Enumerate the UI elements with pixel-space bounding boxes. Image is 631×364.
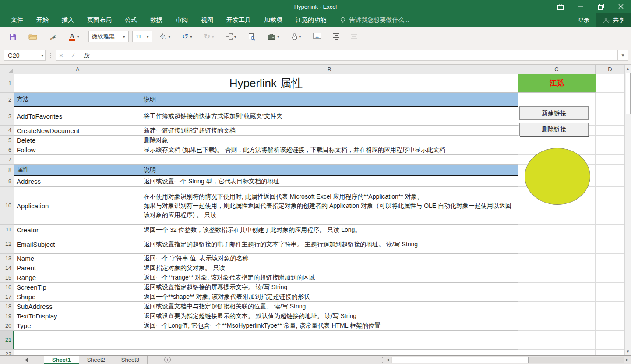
save-button[interactable] — [6, 30, 19, 44]
tab-developer[interactable]: 开发工具 — [220, 13, 257, 27]
cell[interactable] — [596, 176, 624, 187]
row-header[interactable]: 3 — [0, 107, 14, 126]
cell[interactable]: CreateNewDocument — [14, 126, 141, 136]
cell[interactable]: EmailSubject — [14, 235, 141, 254]
tab-page-layout[interactable]: 页面布局 — [81, 13, 118, 27]
cell[interactable]: Application — [14, 187, 141, 225]
font-size-combobox[interactable]: 11 ▾ — [132, 31, 152, 42]
cell[interactable] — [596, 187, 624, 225]
scroll-down-icon[interactable]: ▼ — [625, 347, 631, 355]
row-header[interactable]: 14 — [0, 263, 14, 273]
horizontal-scrollbar[interactable]: ◀ ▶ — [384, 356, 631, 364]
enter-icon[interactable]: ✓ — [71, 52, 76, 59]
new-sheet-button[interactable]: + — [164, 357, 171, 363]
row-header[interactable]: 20 — [0, 321, 14, 331]
row-header[interactable]: 9 — [0, 176, 14, 187]
undo-button[interactable]: ↺ ▾ — [180, 30, 195, 44]
cell[interactable] — [596, 164, 624, 176]
row-header[interactable]: 8 — [0, 164, 14, 176]
cell[interactable]: 显示缓存文档 (如果已下载)。 否则，此方法将解析该超链接，下载目标文档，并在相… — [141, 145, 518, 155]
row-header[interactable]: 7 — [0, 155, 14, 164]
cell[interactable]: 返回指定对象的父对象。 只读 — [141, 263, 518, 273]
name-box[interactable]: G20 ▾ — [4, 50, 46, 61]
scroll-up-icon[interactable]: ▲ — [625, 65, 631, 73]
cell[interactable] — [596, 292, 624, 302]
row-header[interactable]: 2 — [0, 93, 14, 107]
cell[interactable] — [596, 155, 624, 164]
cell[interactable] — [596, 145, 624, 155]
cell[interactable] — [596, 283, 624, 292]
cell[interactable] — [14, 155, 141, 164]
tab-custom-jiangmi[interactable]: 江觅的功能 — [289, 13, 333, 27]
cell[interactable] — [518, 225, 596, 235]
column-header-d[interactable]: D — [596, 65, 624, 74]
cell[interactable] — [596, 312, 624, 321]
redo-button[interactable]: ↻ ▾ — [201, 30, 217, 44]
vertical-scrollbar-thumb[interactable] — [626, 73, 631, 114]
jiangmi-hyperlink[interactable]: 江觅 — [550, 79, 564, 88]
tab-insert[interactable]: 插入 — [55, 13, 81, 27]
ribbon-display-options-button[interactable] — [550, 0, 571, 13]
cell[interactable]: 删除对象 — [141, 136, 518, 145]
cell[interactable] — [518, 283, 596, 292]
row-header[interactable]: 10 — [0, 187, 14, 225]
cell[interactable]: 返回一个Long值, 它包含一个**MsoHyperlinkType** 常量,… — [141, 321, 518, 331]
vertical-scrollbar[interactable]: ▲ ▼ — [624, 65, 631, 355]
cell[interactable] — [518, 136, 596, 145]
cell[interactable]: AddToFavorites — [14, 107, 141, 126]
tab-formulas[interactable]: 公式 — [118, 13, 144, 27]
cell[interactable]: 返回一个 字符串 值, 表示该对象的名称 — [141, 254, 518, 263]
cell[interactable]: 属性 — [14, 164, 141, 176]
tab-review[interactable]: 审阅 — [169, 13, 194, 27]
cell[interactable] — [596, 107, 624, 126]
cell[interactable] — [596, 93, 624, 107]
cell[interactable] — [141, 155, 518, 164]
print-preview-button[interactable] — [245, 30, 258, 44]
cell[interactable]: Range — [14, 273, 141, 283]
cell[interactable] — [141, 331, 518, 350]
cell[interactable]: 返回一个**shape** 对象, 该对象代表附加到指定超链接的形状 — [141, 292, 518, 302]
cell[interactable]: Follow — [14, 145, 141, 155]
cell[interactable]: Type — [14, 321, 141, 331]
share-button[interactable]: 共享 — [596, 13, 631, 27]
cell[interactable]: 方法 — [14, 93, 141, 107]
formula-bar-input[interactable] — [92, 50, 618, 61]
row-header[interactable]: 12 — [0, 235, 14, 254]
cell[interactable]: Shape — [14, 292, 141, 302]
cell[interactable]: 将工作簿或超链接的快捷方式添加到“收藏夹”文件夹 — [141, 107, 518, 126]
touch-mode-button[interactable]: ▾ — [289, 30, 304, 44]
cell[interactable] — [518, 312, 596, 321]
fill-color-button[interactable]: ▾ — [156, 30, 173, 44]
format-painter-button[interactable] — [46, 30, 60, 44]
cell[interactable]: 返回或设置指定的超链接的电子邮件主题行的文本字符串。 主题行追加到超链接的地址。… — [141, 235, 518, 254]
row-header[interactable]: 15 — [0, 273, 14, 283]
cell[interactable]: 返回一个**range** 对象, 该对象代表指定的超链接附加到的区域 — [141, 273, 518, 283]
delete-link-button[interactable]: 删除链接 — [519, 122, 589, 136]
cell[interactable]: 返回或设置指定超链接的屏幕提示文字。 读/写 String — [141, 283, 518, 292]
cell[interactable]: Delete — [14, 136, 141, 145]
row-header[interactable]: 4 — [0, 126, 14, 136]
row-header[interactable]: 19 — [0, 312, 14, 321]
cell[interactable]: 在不使用对象识别符的情况下使用时, 此属性返回代表 Microsoft Exce… — [141, 187, 518, 225]
tab-scroll-splitter[interactable] — [382, 357, 383, 363]
close-button[interactable] — [611, 0, 631, 13]
cell[interactable]: Parent — [14, 263, 141, 273]
cell[interactable] — [596, 302, 624, 312]
sheet-tab-sheet1[interactable]: Sheet1 — [44, 356, 79, 364]
cell[interactable] — [14, 331, 141, 350]
cell[interactable]: Name — [14, 254, 141, 263]
horizontal-scrollbar-track[interactable] — [391, 357, 624, 363]
cell[interactable]: 返回一个 32 位整数，该整数指示在其中创建了此对象的应用程序。 只读 Long… — [141, 225, 518, 235]
cell[interactable] — [518, 302, 596, 312]
open-button[interactable] — [26, 30, 40, 44]
font-color-button[interactable]: A ▾ — [66, 30, 82, 44]
tell-me-box[interactable]: 告诉我您想要做什么... — [340, 16, 409, 24]
row-header[interactable]: 17 — [0, 292, 14, 302]
cell[interactable] — [596, 331, 624, 350]
borders-button[interactable]: ▾ — [223, 30, 239, 44]
tab-file[interactable]: 文件 — [4, 13, 30, 27]
cell[interactable] — [596, 273, 624, 283]
cell[interactable]: 说明 — [141, 93, 518, 107]
tab-data[interactable]: 数据 — [144, 13, 169, 27]
toolbox-button[interactable]: ▾ — [264, 30, 282, 44]
